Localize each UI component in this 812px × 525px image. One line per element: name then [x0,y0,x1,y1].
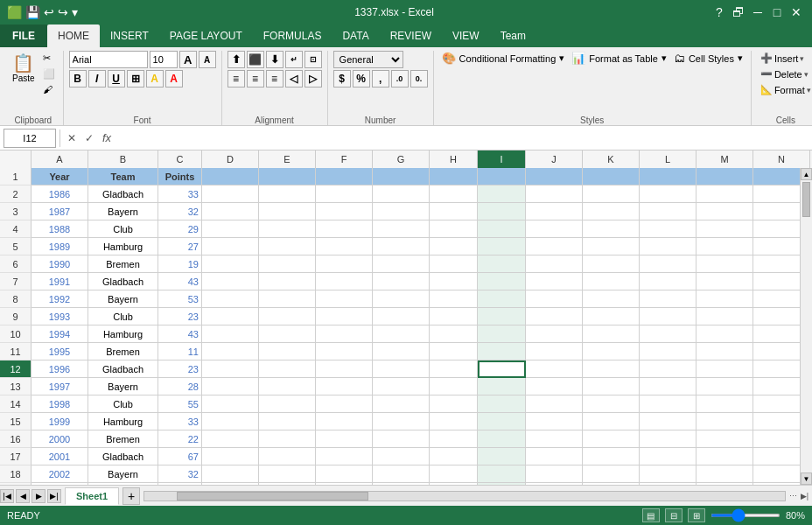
cell[interactable] [640,203,696,220]
merge-btn[interactable]: ⊡ [304,51,322,68]
cell[interactable] [202,256,259,273]
indent-increase-btn[interactable]: ▷ [304,70,322,88]
cell[interactable] [202,220,259,238]
col-header-M[interactable]: M [696,150,753,168]
cell[interactable] [696,430,753,448]
cell[interactable]: 1994 [32,326,88,343]
cell[interactable] [696,466,753,483]
normal-view-btn[interactable]: ▤ [642,508,660,522]
format-painter-button[interactable]: 🖌 [40,82,55,96]
cell[interactable] [583,273,640,290]
cell[interactable] [259,220,316,238]
row-num-3[interactable]: 3 [0,203,32,220]
cell[interactable] [640,273,696,290]
cell[interactable]: Bremen [88,256,158,273]
cell[interactable] [696,360,753,378]
cell[interactable] [696,378,753,396]
cell[interactable] [202,413,259,430]
cell[interactable] [526,308,583,326]
cell[interactable] [753,430,800,448]
row-num-16[interactable]: 16 [0,430,32,448]
zoom-slider[interactable] [710,514,780,517]
cell[interactable] [526,273,583,290]
cell[interactable]: 28 [158,483,202,485]
row-num-4[interactable]: 4 [0,220,32,238]
cell[interactable] [478,448,526,466]
cell[interactable] [373,448,430,466]
cell[interactable] [640,326,696,343]
row-num-7[interactable]: 7 [0,273,32,290]
cell[interactable]: 1995 [32,343,88,360]
cell[interactable]: 1986 [32,186,88,203]
cell[interactable] [430,273,478,290]
conditional-formatting-btn[interactable]: 🎨 Conditional Formatting ▾ [439,51,568,66]
row-num-13[interactable]: 13 [0,378,32,396]
top-align-btn[interactable]: ⬆ [228,51,245,68]
bold-btn[interactable]: B [69,70,87,88]
cell[interactable] [583,430,640,448]
scroll-thumb[interactable] [802,182,810,217]
row-num-6[interactable]: 6 [0,256,32,273]
help-btn[interactable]: ? [710,4,728,21]
cell[interactable]: 55 [158,396,202,413]
cell[interactable] [640,168,696,186]
cell[interactable] [430,396,478,413]
cell[interactable] [696,238,753,256]
col-header-A[interactable]: A [32,150,88,168]
cell[interactable] [373,378,430,396]
sheet-prev-btn[interactable]: ◀ [16,489,30,503]
cell[interactable]: Bremen [88,430,158,448]
cell[interactable] [526,168,583,186]
cell[interactable] [526,343,583,360]
row-num-5[interactable]: 5 [0,238,32,256]
cell[interactable] [753,483,800,485]
scroll-down-btn[interactable]: ▼ [801,472,812,485]
cell[interactable] [526,430,583,448]
minimize-btn[interactable]: ─ [749,4,766,21]
cell[interactable] [478,186,526,203]
cell[interactable] [373,238,430,256]
cell[interactable] [373,220,430,238]
cell[interactable]: 43 [158,273,202,290]
cell[interactable] [478,430,526,448]
row-num-18[interactable]: 18 [0,466,32,483]
tab-home[interactable]: HOME [47,24,100,47]
cell[interactable]: Gladbach [88,273,158,290]
align-center-btn[interactable]: ≡ [247,70,264,88]
cell[interactable] [202,430,259,448]
cell[interactable]: Club [88,396,158,413]
cell[interactable] [583,466,640,483]
cell[interactable] [640,396,696,413]
scroll-right-end[interactable]: ▶| [801,492,808,500]
cell[interactable] [696,220,753,238]
cell[interactable] [430,290,478,308]
col-header-L[interactable]: L [640,150,696,168]
cell[interactable] [696,203,753,220]
cell[interactable]: Club [88,483,158,485]
cell[interactable] [478,360,526,378]
cell[interactable]: Year [32,168,88,186]
cell[interactable] [430,483,478,485]
cell[interactable] [478,168,526,186]
increase-decimal-btn[interactable]: .0 [391,70,409,88]
cell[interactable] [259,343,316,360]
indent-decrease-btn[interactable]: ◁ [285,70,303,88]
col-header-K[interactable]: K [583,150,640,168]
cell[interactable] [373,290,430,308]
cell[interactable] [753,220,800,238]
cell[interactable] [202,448,259,466]
cell[interactable] [373,396,430,413]
cell[interactable] [753,360,800,378]
cell[interactable]: 53 [158,290,202,308]
cell[interactable] [478,238,526,256]
decrease-decimal-btn[interactable]: 0. [410,70,428,88]
cell[interactable] [202,360,259,378]
cell[interactable]: 1990 [32,256,88,273]
cell[interactable] [430,448,478,466]
cell[interactable]: 1989 [32,238,88,256]
cell[interactable] [526,238,583,256]
cell[interactable] [640,220,696,238]
cell[interactable] [316,448,373,466]
cell[interactable] [696,343,753,360]
cell[interactable] [526,256,583,273]
